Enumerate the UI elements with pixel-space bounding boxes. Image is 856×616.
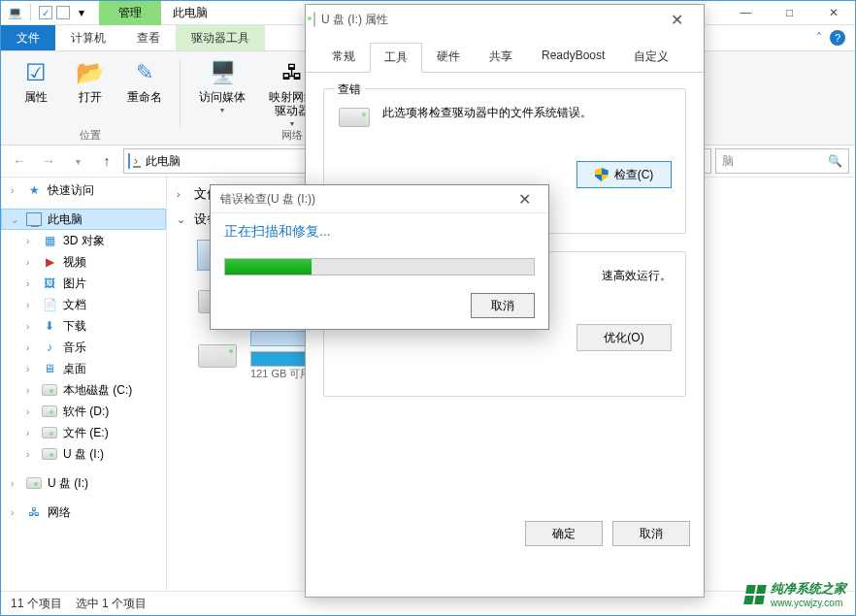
up-button[interactable]: ↑	[94, 148, 119, 174]
expand-icon[interactable]: ›	[26, 342, 36, 353]
downloads-icon: ⬇	[42, 318, 57, 334]
window-controls: — □ ✕	[724, 1, 855, 24]
ribbon-open[interactable]: 📂 打开	[63, 55, 117, 128]
nav-label: 图片	[63, 276, 86, 292]
usb-icon	[42, 446, 57, 462]
window-title: 此电脑	[161, 1, 219, 25]
back-button[interactable]: ←	[7, 148, 32, 174]
ribbon-properties[interactable]: ☑ 属性	[9, 55, 63, 128]
tab-tools[interactable]: 工具	[370, 43, 422, 73]
expand-icon[interactable]: ›	[26, 278, 36, 289]
nav-localc[interactable]: › 本地磁盘 (C:)	[1, 379, 166, 401]
nav-label: 此电脑	[48, 211, 82, 228]
nav-quickaccess[interactable]: › ★ 快速访问	[1, 179, 166, 201]
file-tab[interactable]: 文件	[1, 25, 55, 50]
dialog-title: 错误检查(U 盘 (I:))	[220, 191, 315, 208]
expand-icon[interactable]: ›	[11, 478, 20, 489]
tab-view[interactable]: 查看	[121, 25, 176, 50]
nav-filee[interactable]: › 文件 (E:)	[1, 422, 166, 443]
ok-button[interactable]: 确定	[525, 521, 603, 546]
nav-desktop[interactable]: › 🖥 桌面	[1, 358, 166, 379]
close-icon[interactable]: ✕	[510, 190, 539, 209]
overflow-icon[interactable]: ▾	[74, 5, 89, 20]
group-description: 此选项将检查驱动器中的文件系统错误。	[382, 105, 592, 120]
expand-icon[interactable]: ›	[26, 385, 36, 396]
tab-readyboost[interactable]: ReadyBoost	[527, 42, 619, 72]
video-icon: ▶	[42, 254, 57, 270]
cube-icon: ▦	[42, 233, 57, 248]
ribbon-media[interactable]: 🖥️ 访问媒体 ▾	[187, 55, 257, 128]
chevron-right-icon[interactable]: ›	[177, 188, 188, 200]
nav-label: 文件 (E:)	[63, 425, 109, 441]
chevron-down-icon[interactable]: ⌄	[177, 213, 188, 226]
drive-icon	[338, 105, 371, 130]
nav-usbi-root[interactable]: › U 盘 (I:)	[1, 472, 166, 494]
errorcheck-dialog: 错误检查(U 盘 (I:)) ✕ 正在扫描和修复... 取消	[210, 184, 549, 330]
cancel-button[interactable]: 取消	[471, 293, 535, 318]
maximize-button[interactable]: □	[768, 1, 811, 24]
nav-network[interactable]: › 🖧 网络	[1, 502, 166, 523]
watermark-logo-icon	[743, 585, 767, 604]
forward-button[interactable]: →	[36, 148, 61, 174]
cancel-button[interactable]: 取消	[612, 521, 690, 546]
expand-icon[interactable]: ›	[26, 300, 36, 310]
nav-softd[interactable]: › 软件 (D:)	[1, 401, 166, 422]
check-button[interactable]: 检查(C)	[576, 161, 672, 188]
recent-dropdown[interactable]: ▾	[65, 148, 90, 174]
ribbon-label: 重命名	[127, 90, 162, 104]
nav-label: 音乐	[63, 340, 86, 356]
tab-custom[interactable]: 自定义	[619, 42, 683, 72]
contextual-tab-manage[interactable]: 管理	[99, 1, 161, 25]
ribbon-label: 属性	[24, 90, 48, 104]
dialog-body: 正在扫描和修复... 取消	[211, 213, 548, 330]
nav-music[interactable]: › ♪ 音乐	[1, 337, 166, 358]
open-icon: 📂	[75, 57, 106, 88]
tab-general[interactable]: 常规	[317, 42, 370, 72]
nav-label: 文档	[63, 297, 86, 313]
expand-icon[interactable]: ›	[26, 428, 36, 438]
nav-videos[interactable]: › ▶ 视频	[1, 251, 166, 273]
search-icon[interactable]: 🔍	[828, 154, 842, 168]
optimize-button[interactable]: 优化(O)	[576, 324, 672, 351]
collapse-icon[interactable]: ⌄	[11, 214, 20, 225]
pc-icon	[26, 211, 42, 227]
checkbox-icon[interactable]	[56, 6, 70, 19]
nav-pictures[interactable]: › 🖼 图片	[1, 273, 166, 294]
breadcrumb[interactable]: 此电脑	[142, 153, 184, 170]
tab-hardware[interactable]: 硬件	[422, 42, 475, 72]
nav-thispc[interactable]: ⌄ 此电脑	[1, 209, 166, 230]
expand-icon[interactable]: ›	[26, 236, 36, 246]
dialog-titlebar[interactable]: U 盘 (I:) 属性 ✕	[306, 5, 704, 34]
expand-icon[interactable]: ›	[26, 406, 36, 417]
nav-downloads[interactable]: › ⬇ 下载	[1, 315, 166, 337]
help-icon[interactable]: ?	[830, 30, 845, 46]
dropdown-icon: ▾	[290, 119, 294, 128]
collapse-ribbon-icon[interactable]: ˄	[816, 31, 822, 45]
close-button[interactable]: ✕	[811, 1, 855, 24]
ribbon-rename[interactable]: ✎ 重命名	[117, 55, 172, 128]
expand-icon[interactable]: ›	[26, 449, 36, 460]
ribbon-label: 访问媒体	[199, 90, 246, 104]
tab-drivetools[interactable]: 驱动器工具	[176, 25, 265, 50]
expand-icon[interactable]: ›	[26, 321, 36, 332]
checkbox-icon[interactable]: ✓	[39, 6, 52, 19]
mapdrive-icon: 🖧	[277, 57, 308, 88]
network-icon: 🖧	[26, 504, 42, 520]
watermark-url: www.ycwjzy.com	[771, 598, 846, 608]
close-icon[interactable]: ✕	[657, 11, 696, 29]
expand-icon[interactable]: ›	[11, 185, 20, 196]
tab-sharing[interactable]: 共享	[475, 42, 527, 72]
ribbon-right: ˄ ?	[816, 25, 855, 50]
tab-computer[interactable]: 计算机	[55, 25, 121, 50]
expand-icon[interactable]: ›	[26, 257, 36, 268]
status-selection: 选中 1 个项目	[76, 596, 147, 612]
expand-icon[interactable]: ›	[26, 364, 36, 374]
ribbon-label: 打开	[79, 90, 102, 104]
search-box[interactable]: 脑 🔍	[715, 148, 849, 174]
nav-3dobjects[interactable]: › ▦ 3D 对象	[1, 230, 166, 251]
dialog-titlebar[interactable]: 错误检查(U 盘 (I:)) ✕	[211, 185, 548, 213]
minimize-button[interactable]: —	[724, 1, 768, 24]
nav-documents[interactable]: › 📄 文档	[1, 294, 166, 315]
nav-usbi[interactable]: › U 盘 (I:)	[1, 443, 166, 465]
expand-icon[interactable]: ›	[11, 507, 20, 518]
